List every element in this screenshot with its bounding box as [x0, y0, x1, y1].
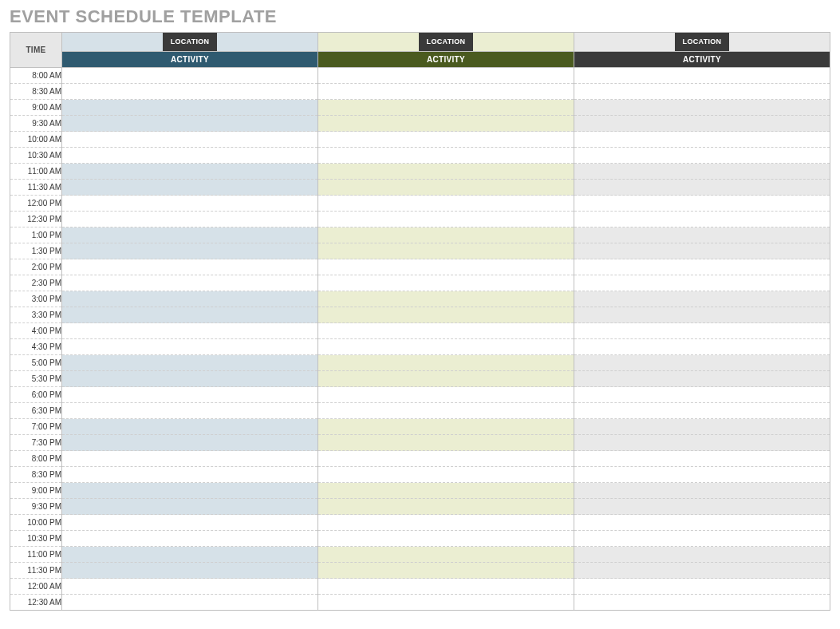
activity-cell[interactable]: [574, 499, 830, 515]
activity-cell[interactable]: [574, 180, 830, 196]
activity-cell[interactable]: [317, 68, 574, 84]
activity-cell[interactable]: [317, 180, 574, 196]
activity-cell[interactable]: [317, 419, 574, 435]
activity-cell[interactable]: [317, 339, 574, 355]
activity-cell[interactable]: [62, 275, 318, 291]
activity-cell[interactable]: [62, 84, 318, 100]
activity-cell[interactable]: [62, 499, 318, 515]
activity-cell[interactable]: [62, 387, 318, 403]
activity-cell[interactable]: [317, 116, 574, 132]
activity-cell[interactable]: [317, 355, 574, 371]
activity-cell[interactable]: [317, 403, 574, 419]
activity-cell[interactable]: [317, 323, 574, 339]
activity-cell[interactable]: [317, 483, 574, 499]
activity-cell[interactable]: [574, 323, 830, 339]
activity-cell[interactable]: [317, 499, 574, 515]
activity-cell[interactable]: [62, 483, 318, 499]
activity-cell[interactable]: [62, 164, 318, 180]
activity-cell[interactable]: [62, 355, 318, 371]
activity-cell[interactable]: [317, 164, 574, 180]
activity-cell[interactable]: [317, 84, 574, 100]
activity-cell[interactable]: [574, 132, 830, 148]
activity-cell[interactable]: [317, 531, 574, 547]
activity-cell[interactable]: [317, 243, 574, 259]
activity-cell[interactable]: [62, 148, 318, 164]
activity-cell[interactable]: [574, 371, 830, 387]
activity-cell[interactable]: [62, 227, 318, 243]
activity-cell[interactable]: [62, 403, 318, 419]
activity-cell[interactable]: [574, 275, 830, 291]
activity-cell[interactable]: [574, 100, 830, 116]
activity-cell[interactable]: [317, 435, 574, 451]
activity-cell[interactable]: [62, 531, 318, 547]
activity-cell[interactable]: [317, 387, 574, 403]
activity-cell[interactable]: [317, 467, 574, 483]
activity-cell[interactable]: [62, 435, 318, 451]
activity-cell[interactable]: [317, 307, 574, 323]
activity-cell[interactable]: [317, 275, 574, 291]
activity-cell[interactable]: [317, 371, 574, 387]
activity-cell[interactable]: [317, 148, 574, 164]
activity-cell[interactable]: [62, 291, 318, 307]
activity-cell[interactable]: [574, 196, 830, 212]
activity-cell[interactable]: [574, 435, 830, 451]
activity-cell[interactable]: [317, 515, 574, 531]
activity-cell[interactable]: [62, 243, 318, 259]
activity-cell[interactable]: [574, 339, 830, 355]
activity-cell[interactable]: [62, 451, 318, 467]
activity-cell[interactable]: [62, 196, 318, 212]
activity-cell[interactable]: [317, 595, 574, 611]
activity-cell[interactable]: [574, 212, 830, 227]
activity-cell[interactable]: [317, 547, 574, 563]
activity-cell[interactable]: [574, 563, 830, 579]
activity-cell[interactable]: [62, 371, 318, 387]
activity-cell[interactable]: [574, 291, 830, 307]
activity-cell[interactable]: [574, 595, 830, 611]
activity-cell[interactable]: [574, 451, 830, 467]
activity-cell[interactable]: [574, 148, 830, 164]
activity-cell[interactable]: [317, 451, 574, 467]
activity-cell[interactable]: [62, 212, 318, 227]
activity-cell[interactable]: [317, 132, 574, 148]
activity-cell[interactable]: [574, 387, 830, 403]
activity-cell[interactable]: [62, 595, 318, 611]
activity-cell[interactable]: [574, 164, 830, 180]
activity-cell[interactable]: [574, 419, 830, 435]
activity-cell[interactable]: [574, 483, 830, 499]
activity-cell[interactable]: [62, 132, 318, 148]
activity-cell[interactable]: [62, 339, 318, 355]
activity-cell[interactable]: [62, 467, 318, 483]
activity-cell[interactable]: [574, 467, 830, 483]
activity-cell[interactable]: [62, 259, 318, 275]
activity-cell[interactable]: [574, 243, 830, 259]
activity-cell[interactable]: [317, 291, 574, 307]
activity-cell[interactable]: [317, 227, 574, 243]
activity-cell[interactable]: [574, 355, 830, 371]
activity-cell[interactable]: [62, 116, 318, 132]
activity-cell[interactable]: [574, 227, 830, 243]
activity-cell[interactable]: [62, 307, 318, 323]
activity-cell[interactable]: [62, 323, 318, 339]
activity-cell[interactable]: [62, 419, 318, 435]
activity-cell[interactable]: [574, 547, 830, 563]
activity-cell[interactable]: [574, 531, 830, 547]
activity-cell[interactable]: [317, 579, 574, 595]
activity-cell[interactable]: [62, 100, 318, 116]
activity-cell[interactable]: [574, 307, 830, 323]
activity-cell[interactable]: [62, 515, 318, 531]
activity-cell[interactable]: [62, 547, 318, 563]
activity-cell[interactable]: [574, 579, 830, 595]
activity-cell[interactable]: [574, 116, 830, 132]
activity-cell[interactable]: [574, 403, 830, 419]
activity-cell[interactable]: [574, 68, 830, 84]
activity-cell[interactable]: [317, 100, 574, 116]
activity-cell[interactable]: [62, 180, 318, 196]
activity-cell[interactable]: [317, 212, 574, 227]
activity-cell[interactable]: [317, 259, 574, 275]
activity-cell[interactable]: [62, 579, 318, 595]
activity-cell[interactable]: [317, 563, 574, 579]
activity-cell[interactable]: [62, 563, 318, 579]
activity-cell[interactable]: [317, 196, 574, 212]
activity-cell[interactable]: [574, 84, 830, 100]
activity-cell[interactable]: [574, 515, 830, 531]
